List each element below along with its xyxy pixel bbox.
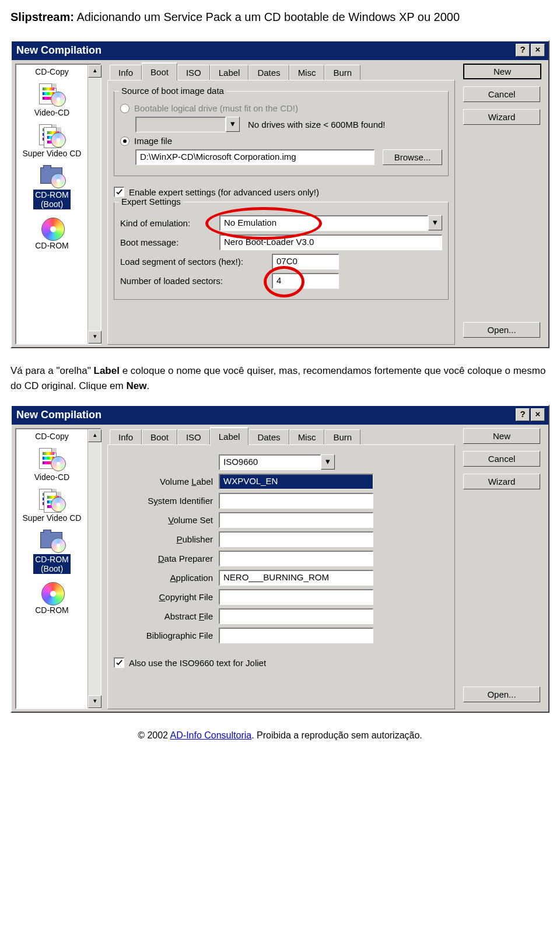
load-segment-label: Load segment of sectors (hex!): (120, 257, 272, 267)
also-joliet-checkbox[interactable] (114, 657, 124, 668)
nero-dialog-label: New Compilation ? × CD-Copy Video-CD (10, 405, 550, 713)
scroll-down-button[interactable]: ▾ (88, 331, 102, 344)
sidebar-item-svcd[interactable]: Super Video CD (18, 121, 86, 162)
close-button[interactable]: × (531, 408, 545, 421)
nero-dialog-boot: New Compilation ? × CD-Copy Video-CD (10, 40, 550, 348)
sidebar-item-cdromboot[interactable]: CD-ROM (Boot) (18, 162, 86, 213)
publisher-label: Publisher (114, 534, 219, 544)
copyright-file-input[interactable] (219, 589, 373, 605)
tab-misc[interactable]: Misc (289, 65, 325, 80)
svcd-icon (38, 124, 66, 148)
page-heading: Slipstream: Adicionando um Service Pack … (10, 10, 550, 24)
volume-set-label: Volume Set (114, 515, 219, 525)
browse-button[interactable]: Browse... (383, 149, 442, 165)
cancel-button[interactable]: Cancel (463, 86, 540, 102)
wizard-button[interactable]: Wizard (463, 109, 540, 125)
cdrom-icon (38, 216, 66, 240)
sidebar-item-cdrom[interactable]: CD-ROM (18, 577, 86, 618)
scroll-down-button[interactable]: ▾ (88, 695, 102, 708)
sidebar-item-cdcopy[interactable]: CD-Copy (18, 66, 86, 80)
data-preparer-input[interactable] (219, 551, 373, 566)
sidebar-item-cdcopy[interactable]: CD-Copy (18, 430, 86, 444)
copyright-file-label: Copyright File (114, 592, 219, 602)
sidebar-item-svcd[interactable]: Super Video CD (18, 485, 86, 526)
boot-message-label: Boot message: (120, 237, 219, 247)
also-joliet-label: Also use the ISO9660 text for Joliet (129, 658, 266, 668)
scroll-up-button[interactable]: ▴ (88, 429, 102, 442)
tab-iso[interactable]: ISO (177, 429, 210, 444)
type-sidebar: CD-Copy Video-CD (15, 428, 102, 709)
tab-boot[interactable]: Boot (142, 62, 177, 80)
tab-burn[interactable]: Burn (324, 65, 360, 80)
window-title: New Compilation (16, 409, 102, 421)
highlight-sectors (264, 266, 304, 297)
num-sectors-label: Number of loaded sectors: (120, 276, 272, 286)
wizard-button[interactable]: Wizard (463, 474, 540, 489)
sidebar-scrollbar[interactable]: ▴ ▾ (88, 429, 100, 708)
application-label: Application (114, 573, 219, 583)
image-path-input[interactable]: D:\WinXP-CD\Microsoft Corporation.img (135, 149, 374, 165)
videocd-icon (38, 448, 66, 471)
volume-label-label: Volume Label (114, 477, 219, 486)
label-type-dropdown[interactable]: ▾ (321, 454, 335, 470)
footer-link[interactable]: AD-Info Consultoria (170, 730, 252, 740)
sidebar-item-videocd[interactable]: Video-CD (18, 80, 86, 121)
kind-of-emulation-label: Kind of emulation: (120, 218, 219, 228)
titlebar: New Compilation ? × (12, 41, 548, 60)
tab-label[interactable]: Label (210, 427, 249, 445)
new-button[interactable]: New (463, 428, 540, 444)
window-title: New Compilation (16, 44, 102, 57)
system-identifier-input[interactable] (219, 493, 373, 509)
close-button[interactable]: × (531, 44, 545, 57)
help-button[interactable]: ? (516, 44, 530, 57)
scroll-up-button[interactable]: ▴ (88, 65, 102, 78)
application-input[interactable]: NERO___BURNING_ROM (219, 570, 373, 586)
bibliographic-file-label: Bibliographic File (114, 631, 219, 640)
abstract-file-input[interactable] (219, 608, 373, 624)
help-button[interactable]: ? (516, 408, 530, 421)
type-sidebar: CD-Copy Video-CD (15, 64, 102, 345)
drive-combo (135, 117, 226, 132)
videocd-icon (38, 83, 66, 107)
tab-info[interactable]: Info (110, 429, 142, 444)
volume-set-input[interactable] (219, 512, 373, 528)
sidebar-item-cdromboot[interactable]: CD-ROM (Boot) (18, 526, 86, 577)
cdromboot-icon (38, 165, 66, 188)
highlight-emulation (205, 207, 322, 240)
cdrom-icon (38, 581, 66, 604)
data-preparer-label: Data Preparer (114, 554, 219, 563)
tab-boot[interactable]: Boot (142, 429, 177, 444)
radio-logical-drive: Bootable logical drive (must fit on the … (120, 103, 442, 113)
tab-iso[interactable]: ISO (177, 65, 210, 80)
tabs: Info Boot ISO Label Dates Misc Burn (107, 428, 455, 444)
open-button[interactable]: Open... (463, 687, 540, 702)
tab-info[interactable]: Info (110, 65, 142, 80)
publisher-input[interactable] (219, 531, 373, 547)
no-drives-label: No drives with size < 600MB found! (248, 120, 386, 129)
sidebar-item-cdrom[interactable]: CD-ROM (18, 213, 86, 254)
open-button[interactable]: Open... (463, 322, 540, 338)
tab-burn[interactable]: Burn (324, 429, 360, 444)
tab-dates[interactable]: Dates (249, 429, 289, 444)
enable-expert-label: Enable expert settings (for advanced use… (129, 187, 319, 197)
bibliographic-file-input[interactable] (219, 628, 373, 643)
volume-label-input[interactable]: WXPVOL_EN (219, 474, 373, 489)
sidebar-scrollbar[interactable]: ▴ ▾ (88, 65, 100, 344)
page-footer: © 2002 AD-Info Consultoria. Proibida a r… (10, 730, 550, 741)
enable-expert-checkbox[interactable] (114, 187, 124, 197)
label-type-combo[interactable]: ISO9660 (219, 454, 321, 470)
cancel-button[interactable]: Cancel (463, 451, 540, 467)
tab-misc[interactable]: Misc (289, 429, 325, 444)
titlebar: New Compilation ? × (12, 406, 548, 425)
system-identifier-label: System Identifier (114, 496, 219, 506)
new-button[interactable]: New (463, 64, 541, 79)
cdromboot-icon (38, 530, 66, 553)
abstract-file-label: Abstract File (114, 611, 219, 621)
tab-dates[interactable]: Dates (249, 65, 289, 80)
sidebar-item-videocd[interactable]: Video-CD (18, 444, 86, 485)
drive-combo-dropdown: ▾ (226, 117, 240, 132)
instruction-text: Vá para a "orelha" Label e coloque o nom… (10, 363, 550, 393)
kind-of-emulation-dropdown[interactable]: ▾ (428, 215, 442, 230)
radio-image-file[interactable]: Image file (120, 136, 442, 146)
tab-label[interactable]: Label (210, 65, 249, 80)
